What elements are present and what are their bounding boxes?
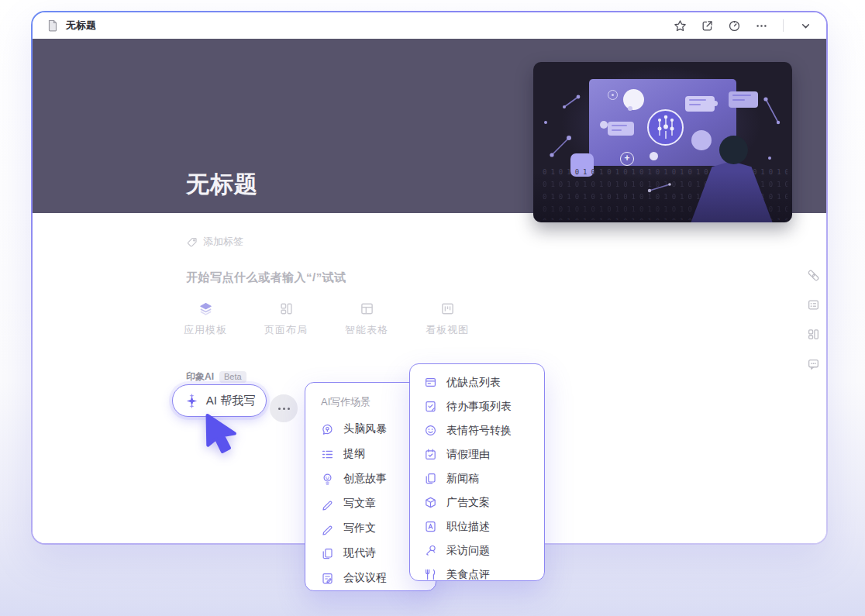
menu-item-emoji-convert[interactable]: 表情符号转换 (424, 418, 544, 442)
idea-icon (321, 473, 334, 486)
history-clock-icon[interactable] (727, 19, 741, 33)
todo-icon (424, 400, 437, 413)
menu-item-press-release[interactable]: 新闻稿 (424, 466, 544, 490)
template-page-layout[interactable]: 页面布局 (261, 301, 311, 337)
template-kanban-view[interactable]: 看板视图 (422, 301, 472, 337)
template-shortcuts: 应用模板 页面布局 智能表格 (181, 301, 472, 337)
more-dots-icon[interactable] (754, 19, 768, 33)
comment-icon[interactable] (807, 357, 820, 370)
note-header-banner: 无标题 (33, 39, 826, 213)
ai-more-button[interactable] (270, 394, 298, 422)
window-topbar: 无标题 (33, 12, 826, 39)
emoji-icon (424, 424, 437, 437)
ai-brand-row: 印象AI Beta (186, 370, 246, 384)
mouse-cursor-icon (203, 413, 243, 456)
pen-icon (321, 497, 334, 511)
menu-item-interview-questions[interactable]: 采访问题 (424, 539, 544, 563)
ai-write-label: AI 帮我写 (206, 394, 255, 408)
topbar-divider (783, 19, 784, 32)
ai-brand-label: 印象AI (186, 370, 214, 384)
editor-placeholder[interactable]: 开始写点什么或者输入“/”试试 (186, 270, 346, 285)
chevron-down-icon[interactable] (798, 19, 812, 33)
layers-icon (198, 301, 213, 316)
menu-item-food-review[interactable]: 美食点评 (424, 563, 544, 587)
menu-item-ad-copy[interactable]: 广告文案 (424, 490, 544, 514)
menu-item-todo-list[interactable]: 待办事项列表 (424, 394, 544, 418)
add-tag-button[interactable]: 添加标签 (186, 235, 243, 249)
template-label: 看板视图 (426, 323, 469, 337)
template-label: 智能表格 (345, 323, 388, 337)
ai-illustration: + 01010101010101010101010101010101010101… (533, 62, 792, 222)
ai-more-scenes-menu: 优缺点列表 待办事项列表 表情符号转换 请假理由 新闻稿 (409, 363, 545, 581)
doc-edit-icon (321, 572, 334, 585)
template-label: 应用模板 (184, 323, 227, 337)
star-icon[interactable] (673, 19, 687, 33)
topbar-note-title: 无标题 (66, 19, 96, 33)
brainstorm-icon (321, 423, 334, 436)
microphone-icon (424, 544, 437, 557)
ai-write-button[interactable]: AI 帮我写 (172, 384, 267, 417)
template-label: 页面布局 (264, 323, 308, 337)
copy-doc-icon (424, 472, 437, 485)
menu-item-pros-cons[interactable]: 优缺点列表 (424, 370, 544, 394)
template-smart-table[interactable]: 智能表格 (342, 301, 391, 337)
food-icon (424, 568, 437, 581)
beta-badge: Beta (219, 371, 246, 383)
tag-icon (186, 236, 198, 248)
side-toolbar (807, 269, 820, 370)
calendar-icon (424, 448, 437, 461)
pros-cons-icon (424, 376, 437, 389)
smart-table-icon (360, 301, 374, 316)
menu-item-leave-excuse[interactable]: 请假理由 (424, 442, 544, 466)
document-icon (47, 19, 59, 32)
kanban-icon (440, 301, 455, 316)
outline-icon (321, 448, 334, 461)
layout-blocks-icon[interactable] (807, 328, 820, 341)
pen-icon (321, 522, 334, 535)
menu-item-job-description[interactable]: 职位描述 (424, 514, 544, 539)
note-list-icon[interactable] (807, 298, 820, 311)
template-apply[interactable]: 应用模板 (181, 301, 230, 337)
ai-sparkle-icon (184, 393, 200, 409)
note-title[interactable]: 无标题 (186, 169, 258, 201)
link-icon[interactable] (807, 269, 820, 282)
job-doc-icon (424, 520, 437, 533)
person-head (719, 136, 748, 164)
layout-icon (279, 301, 294, 316)
share-icon[interactable] (700, 19, 714, 33)
copy-doc-icon (321, 547, 334, 560)
add-tag-label: 添加标签 (203, 235, 243, 249)
package-icon (424, 496, 437, 509)
